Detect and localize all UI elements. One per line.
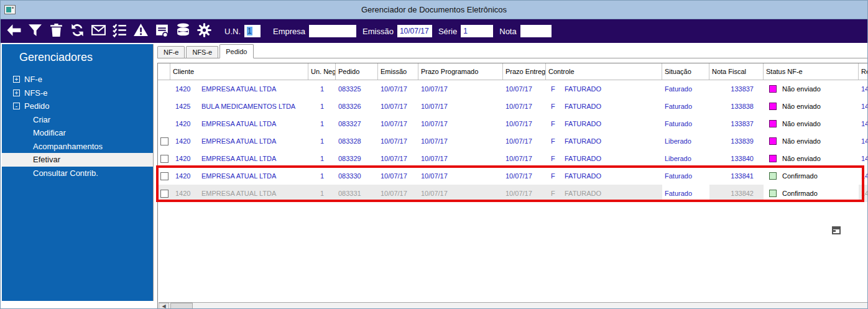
column-header-Cliente[interactable]: Cliente xyxy=(170,63,308,80)
sidebar-item-nfs-e[interactable]: +NFS-e xyxy=(2,86,153,100)
serie-input[interactable]: 1 xyxy=(461,25,493,37)
tab-pedido[interactable]: Pedido xyxy=(219,44,253,58)
horizontal-scrollbar[interactable]: ◀ xyxy=(159,302,868,309)
row-checkbox[interactable] xyxy=(160,190,169,198)
cliente-cell: 1420EMPRESA ATUAL LTDA xyxy=(170,80,308,98)
controle-cell: FFATURADO xyxy=(546,167,662,185)
emissao-cell: 10/07/17 xyxy=(378,115,418,132)
status-confirmado-icon xyxy=(769,190,777,197)
row-select-cell xyxy=(158,150,170,167)
prazo-entrega-cell: 10/07/17 xyxy=(503,150,546,167)
situacao-cell: Faturado xyxy=(662,185,709,202)
prazo-entrega-cell: 10/07/17 xyxy=(503,80,546,98)
expand-icon[interactable]: + xyxy=(13,90,20,96)
order-row-083331[interactable]: 1420EMPRESA ATUAL LTDA108333110/07/1710/… xyxy=(158,185,868,202)
controle-cell: FFATURADO xyxy=(546,80,662,98)
nota-label: Nota xyxy=(499,27,516,36)
sidebar-heading: Gerenciadores xyxy=(2,49,153,65)
column-header-Prazo Entrega[interactable]: Prazo Entrega xyxy=(503,63,546,80)
nota-field-group: Nota xyxy=(499,25,551,37)
sidebar-item-modificar[interactable]: Modificar xyxy=(2,126,153,140)
grid-options-icon[interactable] xyxy=(832,226,841,234)
status-label: Não enviado xyxy=(782,120,821,127)
sidebar-item-efetivar[interactable]: Efetivar xyxy=(2,153,153,167)
prazo-programado-cell: 10/07/17 xyxy=(418,98,503,115)
expand-icon[interactable]: + xyxy=(13,76,20,83)
column-header-Un. Neg.[interactable]: Un. Neg. xyxy=(308,63,336,80)
situacao-cell: Liberado xyxy=(662,132,709,150)
sidebar-item-pedido[interactable]: -Pedido xyxy=(2,99,153,113)
cliente-cell: 1420EMPRESA ATUAL LTDA xyxy=(170,167,308,185)
column-header-Prazo Programado[interactable]: Prazo Programado xyxy=(418,63,503,80)
column-header-Status NF-e[interactable]: Status NF-e xyxy=(764,63,859,80)
cliente-name: EMPRESA ATUAL LTDA xyxy=(201,190,276,197)
refresh-icon xyxy=(70,22,85,40)
nota-input[interactable] xyxy=(520,25,552,37)
controle-desc: FATURADO xyxy=(565,137,601,145)
column-header-Pedido[interactable]: Pedido xyxy=(336,63,378,80)
warning-button[interactable] xyxy=(131,21,150,41)
row-checkbox[interactable] xyxy=(160,172,169,180)
column-header-Situação[interactable]: Situação xyxy=(662,63,709,80)
order-row-083330[interactable]: 1420EMPRESA ATUAL LTDA108333010/07/1710/… xyxy=(158,167,868,185)
sidebar-item-consultar-contrib[interactable]: Consultar Contrib. xyxy=(2,167,153,180)
tree-item-label: Acompanhamentos xyxy=(33,140,103,154)
row-checkbox[interactable] xyxy=(160,155,169,163)
un-neg-cell: 1 xyxy=(308,150,336,167)
row-checkbox[interactable] xyxy=(160,137,169,145)
scroll-left-button[interactable]: ◀ xyxy=(159,303,169,309)
situacao-cell: Faturado xyxy=(662,80,709,98)
un-neg-cell: 1 xyxy=(308,80,336,98)
pedido-cell: 083327 xyxy=(336,115,378,132)
order-row-083328[interactable]: 1420EMPRESA ATUAL LTDA108332810/07/1710/… xyxy=(158,132,868,150)
mail-icon xyxy=(91,22,106,40)
tab-nf-e[interactable]: NF-e xyxy=(157,46,185,58)
back-arrow-icon xyxy=(6,22,22,40)
checklist-button[interactable] xyxy=(110,21,129,41)
cliente-cell: 1425BULA MEDICAMENTOS LTDA xyxy=(170,98,308,115)
order-row-083327[interactable]: 1420EMPRESA ATUAL LTDA108332710/07/1710/… xyxy=(158,115,868,132)
refresh-button[interactable] xyxy=(68,21,86,41)
column-header-Re[interactable]: Re xyxy=(859,63,868,80)
filter-button[interactable] xyxy=(25,21,44,41)
scrollbar-thumb[interactable] xyxy=(170,303,193,309)
column-header-Nota Fiscal[interactable]: Nota Fiscal xyxy=(709,63,764,80)
status-nfe-cell: Não enviado xyxy=(764,98,859,115)
tree-item-label: NF-e xyxy=(24,73,42,86)
settings-button[interactable] xyxy=(195,21,213,41)
tree-item-label: Criar xyxy=(33,113,50,127)
controle-desc: FATURADO xyxy=(565,172,601,180)
print-certificate-button[interactable] xyxy=(152,21,171,41)
sidebar-item-criar[interactable]: Criar xyxy=(2,113,153,127)
tab-nfs-e[interactable]: NFS-e xyxy=(186,46,218,58)
sidebar-item-acompanhamentos[interactable]: Acompanhamentos xyxy=(2,140,153,154)
cliente-name: BULA MEDICAMENTOS LTDA xyxy=(201,103,295,110)
delete-button[interactable] xyxy=(47,21,65,41)
controle-code: F xyxy=(551,120,565,127)
un-neg-cell: 1 xyxy=(308,167,336,185)
situacao-cell: Faturado xyxy=(662,98,709,115)
cliente-code: 1420 xyxy=(170,120,201,127)
emissao-input[interactable]: 10/07/17 xyxy=(397,25,432,37)
un-input[interactable]: 1 xyxy=(244,25,261,37)
nota-fiscal-cell: 133841 xyxy=(709,167,764,185)
status-label: Não enviado xyxy=(782,85,821,93)
status-nao-enviado-icon xyxy=(769,120,777,127)
cliente-code: 1425 xyxy=(170,103,201,110)
controle-code: F xyxy=(551,190,565,197)
back-arrow-button[interactable] xyxy=(4,21,23,41)
mail-button[interactable] xyxy=(89,21,108,41)
order-row-083326[interactable]: 1425BULA MEDICAMENTOS LTDA108332610/07/1… xyxy=(158,98,868,115)
column-header-Controle[interactable]: Controle xyxy=(546,63,662,80)
order-row-083329[interactable]: 1420EMPRESA ATUAL LTDA108332910/07/1710/… xyxy=(158,150,868,167)
sidebar-item-nf-e[interactable]: +NF-e xyxy=(2,73,153,86)
empresa-input[interactable] xyxy=(309,25,356,37)
re-cell: 14 xyxy=(859,167,868,185)
order-row-083325[interactable]: 1420EMPRESA ATUAL LTDA108332510/07/1710/… xyxy=(158,80,868,98)
column-header-select[interactable] xyxy=(158,63,170,80)
column-header-Emissão[interactable]: Emissão xyxy=(378,63,418,80)
collapse-icon[interactable]: - xyxy=(13,103,20,109)
sidebar-tree: +NF-e+NFS-e-PedidoCriarModificarAcompanh… xyxy=(2,73,153,180)
re-cell: 14 xyxy=(859,80,868,98)
database-button[interactable] xyxy=(173,21,192,41)
